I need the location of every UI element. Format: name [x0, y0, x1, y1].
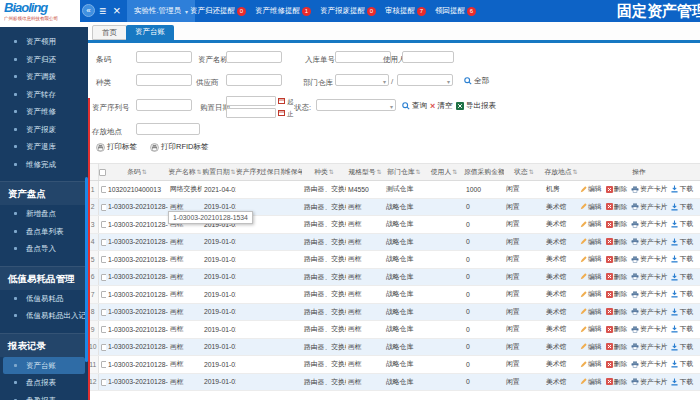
edit-button[interactable]: 编辑	[580, 377, 602, 387]
asset-card-button[interactable]: 资产卡片	[631, 324, 667, 334]
delete-button[interactable]: 删除	[606, 184, 628, 194]
category-input[interactable]	[136, 74, 192, 86]
row-checkbox[interactable]	[101, 291, 107, 298]
download-button[interactable]: 下载	[671, 184, 693, 194]
delete-button[interactable]: 删除	[606, 377, 628, 387]
asset-card-button[interactable]: 资产卡片	[631, 184, 667, 194]
delete-button[interactable]: 删除	[606, 324, 628, 334]
status-select[interactable]: ▾	[316, 99, 396, 111]
sort-icon[interactable]: ⇅	[416, 169, 421, 175]
calendar-icon[interactable]	[278, 97, 285, 104]
tab-home[interactable]: 首页	[92, 25, 127, 40]
asset-name-input[interactable]	[226, 51, 282, 63]
edit-button[interactable]: 编辑	[580, 272, 602, 282]
sort-icon[interactable]: ⇅	[377, 169, 382, 175]
delete-button[interactable]: 删除	[606, 289, 628, 299]
delete-button[interactable]: 删除	[606, 219, 628, 229]
reminder-item-3[interactable]: 资产报废提醒0	[320, 6, 376, 16]
sort-icon[interactable]: ⇅	[142, 169, 147, 175]
row-checkbox[interactable]	[101, 344, 107, 351]
row-checkbox[interactable]	[101, 239, 107, 246]
reminder-item-2[interactable]: 资产维修提醒1	[255, 6, 311, 16]
sidebar-item[interactable]: 资产台账	[3, 357, 85, 375]
row-checkbox[interactable]	[101, 309, 107, 316]
column-header[interactable]: 维保年份⇅	[284, 164, 302, 181]
row-checkbox[interactable]	[101, 221, 107, 228]
barcode-input[interactable]	[136, 51, 192, 63]
download-button[interactable]: 下载	[671, 359, 693, 369]
column-header[interactable]: 部门仓库⇅	[384, 164, 424, 181]
user-menu[interactable]: 实验性.管理员 ▾	[127, 0, 195, 22]
sidebar-item[interactable]: 盘盈报表	[0, 392, 88, 400]
serial-no-input[interactable]	[136, 99, 192, 111]
asset-card-button[interactable]: 资产卡片	[631, 254, 667, 264]
column-header[interactable]: 资产名称⇅	[168, 164, 202, 181]
download-button[interactable]: 下载	[671, 342, 693, 352]
delete-button[interactable]: 删除	[606, 202, 628, 212]
delete-button[interactable]: 删除	[606, 237, 628, 247]
asset-card-button[interactable]: 资产卡片	[631, 377, 667, 387]
download-button[interactable]: 下载	[671, 289, 693, 299]
sidebar-item[interactable]: 维修完成	[0, 156, 88, 174]
collapse-back-icon[interactable]: «	[82, 4, 95, 17]
reminder-item-5[interactable]: 领回提醒6	[435, 6, 476, 16]
edit-button[interactable]: 编辑	[580, 237, 602, 247]
column-header[interactable]: 存放地点⇅	[544, 164, 578, 181]
edit-button[interactable]: 编辑	[580, 254, 602, 264]
sidebar-item[interactable]: 盘点导入	[0, 240, 88, 258]
column-header[interactable]: 原值采购金额⇅	[464, 164, 504, 181]
all-button[interactable]: 全部	[464, 76, 489, 86]
sort-icon[interactable]: ⇅	[231, 169, 236, 175]
download-button[interactable]: 下载	[671, 324, 693, 334]
warehouse-select[interactable]: ▾	[397, 74, 453, 86]
close-icon[interactable]: ×	[113, 1, 121, 20]
delete-button[interactable]: 删除	[606, 359, 628, 369]
sort-icon[interactable]: ⇅	[573, 169, 578, 175]
sidebar-item[interactable]: 低值易耗品	[0, 290, 88, 308]
column-header[interactable]: 过保日期⇅	[260, 164, 284, 181]
row-checkbox[interactable]	[101, 326, 107, 333]
edit-button[interactable]: 编辑	[580, 342, 602, 352]
asset-card-button[interactable]: 资产卡片	[631, 359, 667, 369]
row-checkbox[interactable]	[101, 361, 107, 368]
delete-button[interactable]: 删除	[606, 254, 628, 264]
sidebar-item[interactable]: 盘点报表	[0, 374, 88, 392]
download-button[interactable]: 下载	[671, 272, 693, 282]
delete-button[interactable]: 删除	[606, 272, 628, 282]
select-all-checkbox[interactable]	[99, 169, 106, 176]
asset-card-button[interactable]: 资产卡片	[631, 289, 667, 299]
sort-icon[interactable]: ⇅	[329, 169, 334, 175]
asset-card-button[interactable]: 资产卡片	[631, 307, 667, 317]
tab-asset-ledger[interactable]: 资产台账	[126, 25, 174, 40]
print-rfid-button[interactable]: 打印RFID标签	[150, 142, 209, 152]
sidebar-item[interactable]: 盘点单列表	[0, 223, 88, 241]
asset-card-button[interactable]: 资产卡片	[631, 219, 667, 229]
reminder-item-4[interactable]: 审核提醒7	[385, 6, 426, 16]
column-header[interactable]: 条码⇅	[106, 164, 168, 181]
download-button[interactable]: 下载	[671, 237, 693, 247]
supplier-input[interactable]	[226, 74, 282, 86]
row-checkbox[interactable]	[101, 274, 107, 281]
column-header[interactable]: 种类⇅	[302, 164, 346, 181]
location-input[interactable]	[136, 123, 200, 135]
download-button[interactable]: 下载	[671, 219, 693, 229]
dept-select[interactable]: ▾	[335, 74, 389, 86]
download-button[interactable]: 下载	[671, 202, 693, 212]
sort-icon[interactable]: ⇅	[452, 169, 457, 175]
edit-button[interactable]: 编辑	[580, 184, 602, 194]
hamburger-menu-icon[interactable]: ≡	[99, 3, 106, 19]
download-button[interactable]: 下载	[671, 307, 693, 317]
delete-button[interactable]: 删除	[606, 342, 628, 352]
download-button[interactable]: 下载	[671, 377, 693, 387]
asset-card-button[interactable]: 资产卡片	[631, 237, 667, 247]
print-label-button[interactable]: 打印标签	[96, 142, 137, 152]
sidebar-item[interactable]: 低值易耗品出入记录	[0, 307, 88, 325]
edit-button[interactable]: 编辑	[580, 324, 602, 334]
sidebar-item[interactable]: 新增盘点	[0, 205, 88, 223]
sidebar-item[interactable]: 资产转存	[0, 86, 88, 104]
export-button[interactable]: 导出报表	[456, 101, 496, 111]
column-header[interactable]: 操作	[578, 164, 700, 181]
sidebar-item[interactable]: 资产报废	[0, 121, 88, 139]
edit-button[interactable]: 编辑	[580, 219, 602, 229]
sidebar-item[interactable]: 资产领用	[0, 33, 88, 51]
